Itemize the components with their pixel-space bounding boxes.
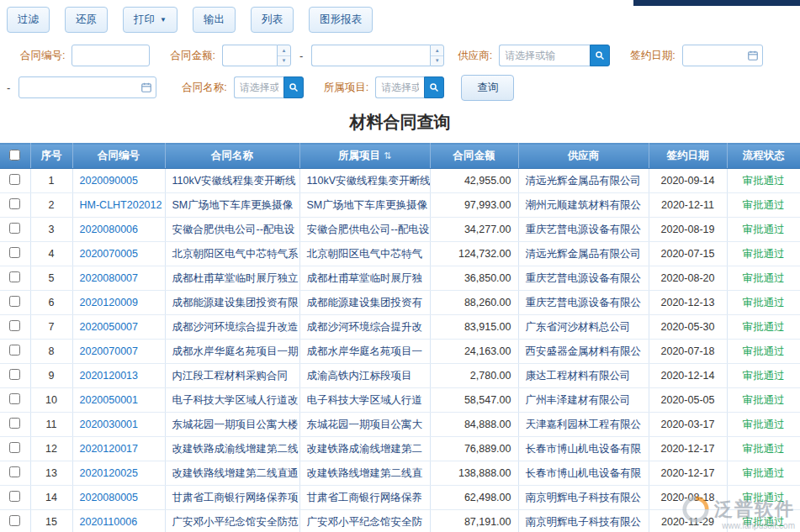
contract-name-search-button[interactable] <box>283 76 304 98</box>
contract-no-link[interactable]: 2020120017 <box>80 443 139 455</box>
project-input[interactable] <box>375 76 424 98</box>
row-checkbox[interactable] <box>9 418 20 429</box>
row-select-cell <box>0 218 30 242</box>
contract-no-link[interactable]: 2020120009 <box>80 297 139 308</box>
header-project[interactable]: 所属项目⇅ <box>299 144 430 169</box>
row-checkbox[interactable] <box>9 515 20 526</box>
status-cell[interactable]: 审批通过 <box>727 364 800 388</box>
header-status[interactable]: 流程状态 <box>727 144 800 169</box>
contract-no-link[interactable]: 2020050001 <box>80 394 139 406</box>
row-checkbox[interactable] <box>9 198 20 209</box>
sort-icon[interactable]: ⇅ <box>384 150 391 161</box>
amount-max-input[interactable] <box>311 45 430 66</box>
table-row: 12020090005110kV安徽线程集变开断线110kV安徽线程集变开断线4… <box>0 169 800 193</box>
contract-no-link[interactable]: HM-CLHT202012 <box>80 199 162 211</box>
amount-min-input[interactable] <box>222 45 277 66</box>
project-search-button[interactable] <box>424 76 444 98</box>
contract-no-link[interactable]: 2020070005 <box>80 248 139 260</box>
row-checkbox[interactable] <box>9 247 20 258</box>
contract-no-link[interactable]: 2020120013 <box>80 370 139 382</box>
contract-no-link[interactable]: 2020030001 <box>80 419 139 430</box>
supplier-search-button[interactable] <box>590 45 610 66</box>
contract-no-link[interactable]: 2020090005 <box>80 175 139 187</box>
sign-date-to-input[interactable] <box>19 76 156 98</box>
filter-row-1: 合同编号: 合同金额: ▲ ▼ - ▲ ▼ 供应商: <box>7 40 793 71</box>
search-icon <box>289 82 299 92</box>
row-checkbox[interactable] <box>9 369 20 380</box>
table-row: 142020080005甘肃省工商银行网络保养项甘肃省工商银行网络保养62,49… <box>0 486 800 510</box>
header-contract-name[interactable]: 合同名称 <box>165 144 299 169</box>
supplier-cell: 天津嘉利园林工程有限公 <box>518 413 649 437</box>
contract-name-cell: 改建铁路成渝线增建第二线 <box>165 437 299 461</box>
status-cell[interactable]: 审批通过 <box>727 461 800 486</box>
list-view-button[interactable]: 列表 <box>251 7 294 33</box>
sign-date-cell: 2020-05-05 <box>649 388 727 413</box>
supplier-input[interactable] <box>499 45 590 66</box>
status-cell[interactable]: 审批通过 <box>727 218 800 242</box>
page-title: 材料合同查询 <box>0 103 800 143</box>
table-row: 82020070007成都水岸华庭名苑项目一期成都水岸华庭名苑项目一24,163… <box>0 340 800 364</box>
supplier-cell: 重庆艺普电源设备有限公 <box>518 266 649 291</box>
header-sign-date[interactable]: 签约日期 <box>649 144 727 169</box>
export-button[interactable]: 输出 <box>193 7 236 33</box>
contract-no-link[interactable]: 2020120025 <box>80 467 139 479</box>
contract-name-input[interactable] <box>234 76 283 98</box>
calendar-icon[interactable] <box>747 50 759 61</box>
status-cell[interactable]: 审批通过 <box>727 413 800 437</box>
filter-button[interactable]: 过滤 <box>7 7 50 33</box>
status-cell[interactable]: 审批通过 <box>727 169 800 193</box>
print-button[interactable]: 打印 ▼ <box>123 7 177 33</box>
graph-report-button[interactable]: 图形报表 <box>309 7 373 33</box>
contract-no-link[interactable]: 2020070007 <box>80 345 139 357</box>
header-seq[interactable]: 序号 <box>30 144 72 169</box>
row-checkbox[interactable] <box>9 442 20 453</box>
row-select-cell <box>0 315 30 340</box>
status-cell[interactable]: 审批通过 <box>727 315 800 340</box>
status-cell[interactable]: 审批通过 <box>727 388 800 413</box>
status-cell[interactable]: 审批通过 <box>727 291 800 315</box>
supplier-search-box <box>499 45 610 66</box>
supplier-cell: 康达工程材料有限公司 <box>518 364 649 388</box>
row-seq: 5 <box>30 266 72 291</box>
spinner-up-icon[interactable]: ▲ <box>431 45 443 55</box>
row-checkbox[interactable] <box>9 393 20 404</box>
status-cell[interactable]: 审批通过 <box>727 437 800 461</box>
header-supplier[interactable]: 供应商 <box>518 144 649 169</box>
row-checkbox[interactable] <box>9 271 20 282</box>
header-amount[interactable]: 合同金额 <box>430 144 518 169</box>
table-row: 72020050007成都沙河环境综合提升改造成都沙河环境综合提升改83,915… <box>0 315 800 340</box>
contract-no-link[interactable]: 2020080005 <box>80 492 139 503</box>
project-cell: 北京朝阳区电气中芯特气 <box>299 242 430 266</box>
header-contract-no[interactable]: 合同编号 <box>72 144 165 169</box>
row-checkbox[interactable] <box>9 174 20 185</box>
status-cell[interactable]: 审批通过 <box>727 266 800 291</box>
contract-no-link[interactable]: 2020080006 <box>80 224 139 235</box>
restore-button[interactable]: 还原 <box>65 7 108 33</box>
contract-no-link[interactable]: 2020110006 <box>80 516 138 528</box>
sign-date-cell: 2020-07-15 <box>649 242 727 266</box>
status-cell[interactable]: 审批通过 <box>727 193 800 218</box>
query-button[interactable]: 查询 <box>461 75 514 101</box>
table-row: 92020120013内江段工程材料采购合同成渝高铁内江标段项目2,780.00… <box>0 364 800 388</box>
contract-no-link[interactable]: 2020080007 <box>80 272 139 284</box>
spinner-down-icon[interactable]: ▼ <box>278 55 290 66</box>
row-checkbox[interactable] <box>9 345 20 356</box>
row-checkbox[interactable] <box>9 320 20 331</box>
spinner-down-icon[interactable]: ▼ <box>431 55 443 66</box>
row-checkbox[interactable] <box>9 296 20 307</box>
row-seq: 14 <box>30 486 72 510</box>
spinner-up-icon[interactable]: ▲ <box>278 45 290 55</box>
status-cell[interactable]: 审批通过 <box>727 242 800 266</box>
calendar-icon[interactable] <box>140 82 152 93</box>
contract-no-input[interactable] <box>72 45 150 66</box>
row-checkbox[interactable] <box>9 466 20 477</box>
contract-no-cell: 2020050001 <box>72 388 165 413</box>
select-all-checkbox[interactable] <box>9 150 20 161</box>
row-checkbox[interactable] <box>9 491 20 502</box>
status-cell[interactable]: 审批通过 <box>727 340 800 364</box>
contract-no-cell: 2020120025 <box>72 461 165 486</box>
contract-no-link[interactable]: 2020050007 <box>80 321 139 333</box>
amount-cell: 62,498.00 <box>430 486 518 510</box>
row-checkbox[interactable] <box>9 223 20 234</box>
contract-no-cell: 2020050007 <box>72 315 165 340</box>
